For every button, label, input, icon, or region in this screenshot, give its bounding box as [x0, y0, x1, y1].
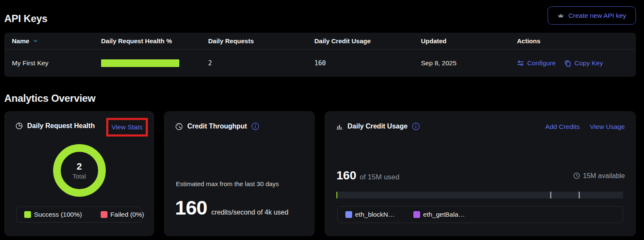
- card-title-daily-credit-usage: Daily Credit Usage: [347, 123, 407, 130]
- daily-requests-value: 2: [208, 59, 314, 67]
- pie-chart-icon: [15, 122, 23, 130]
- configure-button[interactable]: Configure: [517, 59, 556, 67]
- column-header-daily-credit-usage: Daily Credit Usage: [314, 37, 421, 45]
- view-stats-link[interactable]: View Stats: [112, 123, 143, 131]
- request-health-donut-chart: 2 Total: [53, 144, 106, 197]
- eth-blocknumber-swatch: [345, 211, 352, 218]
- clock-icon: [573, 172, 580, 179]
- analytics-cards: Daily Request Health View Stats 2 Total …: [4, 111, 636, 236]
- api-key-name: My First Key: [12, 59, 101, 67]
- legend-item-eth-blocknumber: eth_blockN…: [345, 211, 395, 218]
- success-swatch: [24, 211, 31, 218]
- copy-icon: [564, 60, 571, 67]
- sliders-icon: [517, 60, 524, 67]
- crown-icon: [557, 12, 564, 19]
- daily-credit-usage-value: 160: [314, 59, 421, 67]
- credit-throughput-card: Credit Throughput Estimated max from the…: [164, 111, 315, 236]
- table-row: My First Key 2 160 Sep 8, 2025 Configure: [4, 50, 636, 77]
- progress-fill: [336, 192, 337, 198]
- daily-request-health-card: Daily Request Health View Stats 2 Total …: [4, 111, 154, 236]
- api-keys-table: Name Daily Request Health % Daily Reques…: [4, 33, 636, 77]
- daily-credit-usage-card: Daily Credit Usage Add Credits View Usag…: [325, 111, 636, 236]
- column-header-updated: Updated: [421, 37, 517, 45]
- credits-available: 15M available: [573, 172, 625, 180]
- throughput-value: 160: [175, 196, 207, 219]
- bar-chart-icon: [336, 123, 343, 130]
- eth-getbalance-swatch: [413, 211, 420, 218]
- credits-used-suffix: of 15M used: [360, 173, 400, 181]
- info-icon[interactable]: [412, 122, 420, 131]
- card-title-daily-request-health: Daily Request Health: [27, 122, 95, 130]
- failed-swatch: [101, 211, 107, 218]
- health-bar-fill: [101, 59, 179, 67]
- view-usage-link[interactable]: View Usage: [590, 123, 625, 131]
- throughput-description: Estimated max from the last 30 days: [176, 180, 279, 187]
- table-header-row: Name Daily Request Health % Daily Reques…: [4, 33, 636, 50]
- legend-item-success: Success (100%): [24, 211, 82, 218]
- throughput-unit: credits/second of 4k used: [211, 209, 288, 216]
- legend-item-eth-getbalance: eth_getBala…: [413, 211, 465, 218]
- credits-used-value: 160: [336, 169, 356, 182]
- credit-usage-legend: eth_blockN… eth_getBala…: [337, 206, 623, 223]
- credit-usage-progress-bar: [336, 192, 623, 198]
- progress-tick: [579, 192, 580, 198]
- column-header-daily-requests: Daily Requests: [208, 37, 314, 45]
- progress-tick: [550, 192, 551, 198]
- copy-key-button[interactable]: Copy Key: [564, 59, 603, 67]
- request-health-legend: Success (100%) Failed (0%): [16, 207, 141, 223]
- create-api-key-button[interactable]: Create new API key: [548, 6, 636, 25]
- updated-value: Sep 8, 2025: [421, 59, 517, 67]
- create-api-key-label: Create new API key: [568, 12, 626, 20]
- sort-chevron-icon[interactable]: [33, 38, 38, 44]
- donut-total-value: 2: [76, 161, 82, 172]
- column-header-actions: Actions: [517, 37, 636, 45]
- gauge-icon: [175, 123, 183, 131]
- info-icon[interactable]: [251, 122, 260, 131]
- add-credits-link[interactable]: Add Credits: [545, 123, 580, 131]
- legend-item-failed: Failed (0%): [101, 211, 144, 218]
- section-title-analytics: Analytics Overview: [4, 92, 96, 104]
- page-title: API Keys: [4, 13, 48, 25]
- column-header-health: Daily Request Health %: [101, 37, 208, 45]
- annotation-highlight-box: View Stats: [106, 118, 148, 137]
- donut-total-label: Total: [73, 173, 86, 180]
- health-bar: [101, 59, 179, 67]
- column-header-name[interactable]: Name: [12, 37, 101, 45]
- card-title-credit-throughput: Credit Throughput: [187, 123, 247, 130]
